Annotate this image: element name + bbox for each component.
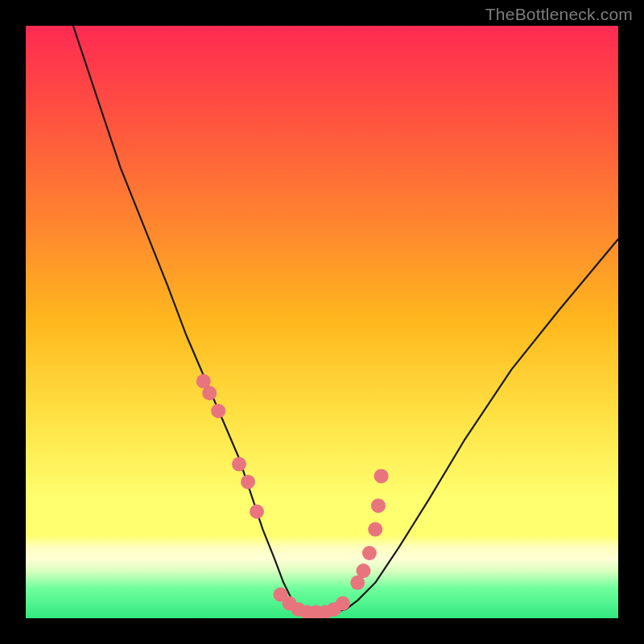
dots-layer [196,374,389,618]
chart-svg [26,26,618,618]
sample-dot [232,457,246,472]
sample-dot [336,597,350,611]
curve-layer [73,26,618,613]
sample-dot [202,386,217,400]
watermark-text: TheBottleneck.com [485,5,633,24]
sample-dot [241,475,255,489]
sample-dot [250,505,264,519]
sample-dot [211,403,225,418]
sample-dot [371,498,386,513]
chart-frame: TheBottleneck.com [0,0,644,644]
bottleneck-curve-path [73,26,618,613]
sample-dot [362,546,377,560]
sample-dot [357,564,371,578]
sample-dot [374,469,389,483]
sample-dot [368,522,382,537]
